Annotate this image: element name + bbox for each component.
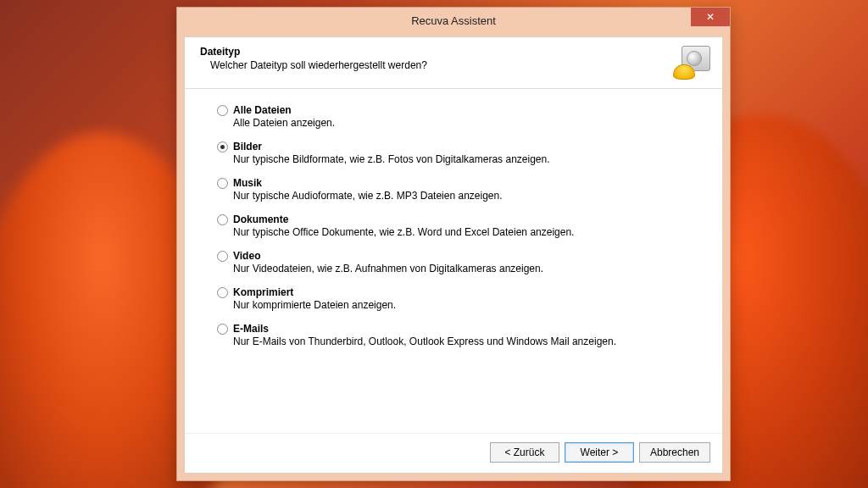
window-title: Recuva Assistent bbox=[177, 14, 730, 27]
wizard-window: Recuva Assistent ✕ Dateityp Welcher Date… bbox=[176, 7, 731, 481]
cancel-button[interactable]: Abbrechen bbox=[639, 442, 710, 463]
client-area: Dateityp Welcher Dateityp soll wiederher… bbox=[184, 36, 723, 474]
radio-pictures[interactable] bbox=[217, 141, 228, 152]
option-all[interactable]: Alle DateienAlle Dateien anzeigen. bbox=[217, 104, 705, 129]
close-icon: ✕ bbox=[706, 11, 715, 23]
option-compressed[interactable]: KomprimiertNur komprimierte Dateien anze… bbox=[217, 286, 705, 311]
option-description: Nur Videodateien, wie z.B. Aufnahmen von… bbox=[233, 263, 543, 274]
option-label: Komprimiert bbox=[233, 286, 396, 298]
option-description: Nur typische Audioformate, wie z.B. MP3 … bbox=[233, 190, 503, 202]
radio-music[interactable] bbox=[217, 178, 228, 189]
back-button[interactable]: < Zurück bbox=[490, 442, 559, 463]
option-description: Nur komprimierte Dateien anzeigen. bbox=[233, 299, 396, 311]
option-pictures[interactable]: BilderNur typische Bildformate, wie z.B.… bbox=[217, 141, 705, 165]
option-label: Dokumente bbox=[233, 214, 574, 225]
radio-all[interactable] bbox=[217, 105, 228, 116]
option-description: Alle Dateien anzeigen. bbox=[233, 117, 335, 129]
option-label: Video bbox=[233, 250, 543, 262]
option-description: Nur E-Mails von Thunderbird, Outlook, Ou… bbox=[233, 336, 616, 347]
file-type-options: Alle DateienAlle Dateien anzeigen.Bilder… bbox=[185, 89, 722, 433]
option-text-pictures: BilderNur typische Bildformate, wie z.B.… bbox=[233, 141, 550, 165]
option-label: Musik bbox=[233, 177, 503, 189]
wizard-header: Dateityp Welcher Dateityp soll wiederher… bbox=[185, 37, 722, 89]
option-text-music: MusikNur typische Audioformate, wie z.B.… bbox=[233, 177, 503, 202]
close-button[interactable]: ✕ bbox=[691, 8, 730, 26]
option-label: Alle Dateien bbox=[233, 104, 335, 116]
option-text-video: VideoNur Videodateien, wie z.B. Aufnahme… bbox=[233, 250, 543, 274]
option-label: Bilder bbox=[233, 141, 550, 152]
header-icon bbox=[673, 46, 710, 80]
option-video[interactable]: VideoNur Videodateien, wie z.B. Aufnahme… bbox=[217, 250, 705, 274]
radio-compressed[interactable] bbox=[217, 287, 228, 298]
radio-video[interactable] bbox=[217, 251, 228, 262]
option-music[interactable]: MusikNur typische Audioformate, wie z.B.… bbox=[217, 177, 705, 202]
option-documents[interactable]: DokumenteNur typische Office Dokumente, … bbox=[217, 214, 705, 238]
header-text: Dateityp Welcher Dateityp soll wiederher… bbox=[200, 46, 427, 71]
radio-emails[interactable] bbox=[217, 324, 228, 335]
option-description: Nur typische Bildformate, wie z.B. Fotos… bbox=[233, 153, 550, 165]
option-text-emails: E-MailsNur E-Mails von Thunderbird, Outl… bbox=[233, 323, 616, 347]
page-subtitle: Welcher Dateityp soll wiederhergestellt … bbox=[210, 59, 427, 71]
option-description: Nur typische Office Dokumente, wie z.B. … bbox=[233, 226, 574, 238]
option-text-all: Alle DateienAlle Dateien anzeigen. bbox=[233, 104, 335, 129]
hard-hat-icon bbox=[673, 64, 695, 80]
option-label: E-Mails bbox=[233, 323, 616, 335]
option-text-compressed: KomprimiertNur komprimierte Dateien anze… bbox=[233, 286, 396, 311]
radio-documents[interactable] bbox=[217, 214, 228, 225]
titlebar: Recuva Assistent ✕ bbox=[177, 8, 730, 33]
next-button[interactable]: Weiter > bbox=[565, 442, 634, 463]
page-title: Dateityp bbox=[200, 46, 427, 58]
wizard-footer: < Zurück Weiter > Abbrechen bbox=[185, 433, 722, 473]
option-text-documents: DokumenteNur typische Office Dokumente, … bbox=[233, 214, 574, 238]
option-emails[interactable]: E-MailsNur E-Mails von Thunderbird, Outl… bbox=[217, 323, 705, 347]
